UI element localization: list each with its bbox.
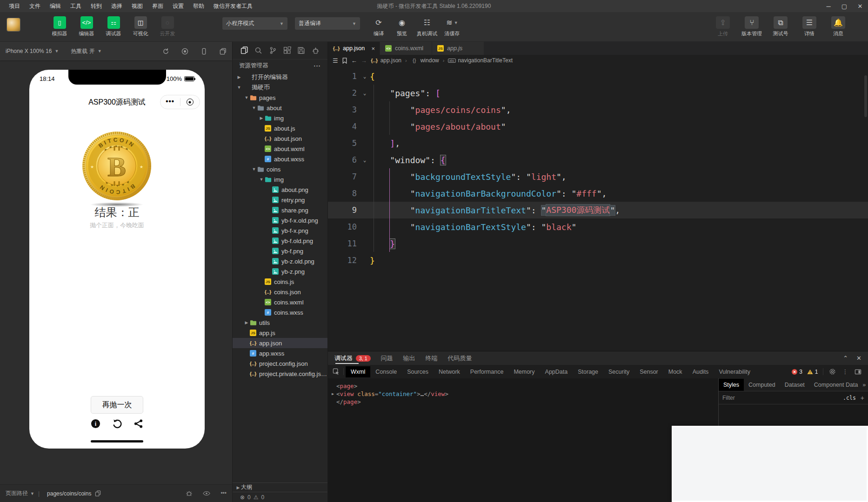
tree-item-project.config.json[interactable]: {..}project.config.json	[233, 358, 327, 369]
fold-chevron-icon[interactable]: ⌄	[360, 157, 370, 163]
code-line-9[interactable]: 9 "navigationBarTitleText": "ASP300源码测试"…	[328, 202, 868, 218]
maximize-button[interactable]: ▢	[836, 1, 852, 11]
more-tabs-icon[interactable]: »	[862, 382, 868, 388]
code-line-8[interactable]: 8 "navigationBarBackgroundColor": "#fff"…	[328, 185, 868, 202]
editor-scrollbar[interactable]	[864, 75, 867, 117]
exit-button[interactable]	[180, 99, 200, 106]
save-all-icon[interactable]	[297, 46, 305, 54]
compile-select[interactable]: 普通编译▼	[295, 17, 360, 30]
tree-item-project.private.config.js…[interactable]: {..}project.private.config.js…	[233, 369, 327, 379]
nav-back-icon[interactable]: ←	[351, 57, 357, 64]
tree-item-about.wxss[interactable]: #about.wxss	[233, 154, 327, 164]
more-menu-button[interactable]: •••	[160, 99, 180, 105]
code-line-7[interactable]: 7 "backgroundTextStyle": "light",	[328, 168, 868, 185]
tree-item-coins.wxml[interactable]: <>coins.wxml	[233, 297, 327, 307]
tree-item-app.wxss[interactable]: #app.wxss	[233, 348, 327, 358]
tree-item-img[interactable]: ▼img	[233, 174, 327, 185]
tree-item-yb-f-x.old.png[interactable]: yb-f-x.old.png	[233, 215, 327, 225]
menu-item-视图[interactable]: 视图	[127, 0, 147, 12]
tree-item-coins.json[interactable]: {..}coins.json	[233, 287, 327, 297]
mode-button-云开发[interactable]: ◌云开发	[157, 16, 178, 37]
menu-item-设置[interactable]: 设置	[168, 0, 188, 12]
copy-icon[interactable]	[95, 490, 101, 496]
toolbar-button-详情[interactable]: ☰详情	[798, 16, 821, 37]
bitcoin-coin-image[interactable]: BITCOIN BITCOIN ★★★★★ ★★★★★ ★	[82, 131, 152, 201]
devtools-settings-icon[interactable]	[829, 368, 836, 375]
add-style-icon[interactable]: +	[861, 394, 864, 402]
outline-list-icon[interactable]: ☰	[333, 57, 338, 64]
close-panel-icon[interactable]: ✕	[856, 355, 861, 362]
minimize-button[interactable]: ─	[821, 1, 836, 11]
menu-item-微信开发者工具[interactable]: 微信开发者工具	[209, 0, 257, 12]
tree-item-打开的编辑器[interactable]: ▶打开的编辑器	[233, 72, 327, 82]
devtools-tab-Mock[interactable]: Mock	[663, 366, 688, 377]
dock-side-icon[interactable]	[855, 368, 861, 375]
nav-forward-icon[interactable]: →	[361, 57, 367, 64]
devtools-tab-Wxml[interactable]: Wxml	[346, 366, 370, 377]
menu-item-转到[interactable]: 转到	[87, 0, 106, 12]
tree-item-yb-z.png[interactable]: yb-z.png	[233, 266, 327, 277]
menu-item-帮助[interactable]: 帮助	[189, 0, 208, 12]
code-line-11[interactable]: 11 }	[328, 235, 868, 252]
toolbar-button-测试号[interactable]: ⧉测试号	[769, 16, 792, 37]
action-button-编译[interactable]: ⟳编译	[370, 16, 387, 37]
code-line-3[interactable]: 3 "pages/coins/coins",	[328, 101, 868, 118]
tree-item-yb-f.old.png[interactable]: yb-f.old.png	[233, 236, 327, 246]
menu-item-选择[interactable]: 选择	[107, 0, 127, 12]
devtools-tab-Vulnerability[interactable]: Vulnerability	[714, 366, 755, 377]
explorer-icon[interactable]	[240, 46, 248, 54]
console-warning-badge[interactable]: 1	[807, 369, 818, 375]
menu-item-编辑[interactable]: 编辑	[46, 0, 65, 12]
info-icon[interactable]: i	[91, 418, 101, 429]
breadcrumb-segment-window[interactable]: {}window	[411, 57, 439, 64]
menu-item-界面[interactable]: 界面	[148, 0, 167, 12]
source-control-icon[interactable]	[269, 46, 277, 54]
mode-button-模拟器[interactable]: ▯模拟器	[49, 16, 70, 37]
devtools-tab-Sensor[interactable]: Sensor	[634, 366, 663, 377]
devtools-tab-Performance[interactable]: Performance	[465, 366, 509, 377]
devtools-tab-Memory[interactable]: Memory	[508, 366, 540, 377]
tree-item-about.js[interactable]: JSabout.js	[233, 123, 327, 133]
toolbar-button-版本管理[interactable]: ⑂版本管理	[741, 16, 763, 37]
restart-icon[interactable]	[162, 48, 169, 55]
close-icon[interactable]: ×	[367, 45, 375, 52]
tree-item-coins.wxss[interactable]: #coins.wxss	[233, 307, 327, 317]
action-button-预览[interactable]: ◉预览	[394, 16, 410, 37]
code-editor[interactable]: 1⌄{2⌄ "pages": [3 "pages/coins/coins",4 …	[328, 66, 868, 351]
code-line-12[interactable]: 12}	[328, 252, 868, 269]
phone-view-icon[interactable]	[200, 48, 207, 55]
filter-input[interactable]: Filter	[722, 395, 843, 401]
tree-item-coins.js[interactable]: JScoins.js	[233, 277, 327, 287]
action-button-清缓存[interactable]: ≋▼清缓存	[444, 16, 461, 37]
tree-item-yb-f.png[interactable]: yb-f.png	[233, 246, 327, 256]
tree-item-about.wxml[interactable]: <>about.wxml	[233, 144, 327, 154]
problems-status[interactable]: ⊗ 0 ⚠ 0	[233, 492, 327, 502]
tree-item-yb-z.old.png[interactable]: yb-z.old.png	[233, 256, 327, 266]
tree-item-about.json[interactable]: {..}about.json	[233, 133, 327, 144]
tab-app.js[interactable]: JSapp.js	[432, 42, 484, 55]
tree-item-img[interactable]: ▶img	[233, 113, 327, 123]
retry-button[interactable]: 再抛一次	[91, 396, 143, 414]
styles-tab-Styles[interactable]: Styles	[719, 379, 744, 391]
tree-item-share.png[interactable]: share.png	[233, 205, 327, 215]
tree-item-coins[interactable]: ▼coins	[233, 164, 327, 174]
cls-button[interactable]: .cls	[843, 395, 856, 401]
explorer-more-icon[interactable]: ···	[314, 63, 321, 69]
wxml-dom-tree[interactable]: <page>▶<view class="container">…</view><…	[328, 378, 718, 502]
eye-icon[interactable]	[203, 490, 210, 497]
mode-select[interactable]: 小程序模式▼	[222, 17, 287, 30]
mode-button-调试器[interactable]: ⚏调试器	[103, 16, 124, 37]
tree-item-app.js[interactable]: JSapp.js	[233, 328, 327, 338]
tab-app.json[interactable]: {..}app.json×	[328, 42, 380, 55]
debugger-tab-代码质量[interactable]: 代码质量	[448, 354, 472, 363]
npm-kettle-icon[interactable]	[312, 46, 320, 54]
debugger-tab-问题[interactable]: 问题	[381, 354, 393, 363]
bookmark-icon[interactable]	[342, 58, 347, 64]
wxml-line-3[interactable]: </page>	[332, 398, 718, 406]
devtools-tab-Audits[interactable]: Audits	[688, 366, 714, 377]
devtools-tab-Sources[interactable]: Sources	[402, 366, 434, 377]
tree-item-retry.png[interactable]: retry.png	[233, 195, 327, 205]
debugger-tab-终端[interactable]: 终端	[426, 354, 438, 363]
tree-item-抛硬币[interactable]: ▼抛硬币	[233, 82, 327, 92]
breadcrumb-segment-app.json[interactable]: {..}app.json	[371, 57, 401, 64]
